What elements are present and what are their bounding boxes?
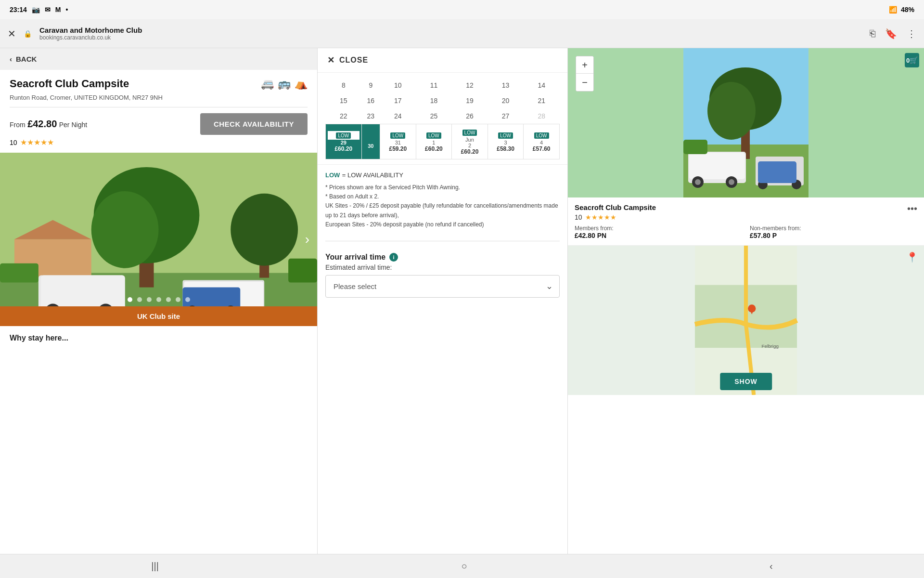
svg-rect-25 (288, 259, 317, 283)
cal-date-22[interactable]: 22 (326, 108, 362, 124)
arrival-time-select[interactable]: Please select Before 12:00 12:00 - 14:00… (325, 275, 560, 298)
cal-date-17[interactable]: 17 (380, 93, 416, 108)
cal-date-13[interactable]: 13 (488, 78, 524, 93)
image-next-arrow[interactable]: › (305, 232, 309, 247)
note-3: UK Sites - 20% / £25 deposit payable (fu… (325, 201, 560, 220)
avail-cell-31[interactable]: LOW 31 £59.20 (380, 124, 416, 159)
cal-date-19[interactable]: 19 (452, 93, 488, 108)
image-dot-5[interactable] (166, 297, 171, 302)
campsite-image: › UK Club site (0, 153, 317, 326)
cal-date-10[interactable]: 10 (380, 78, 416, 93)
arrival-title-text: Your arrival time (325, 253, 385, 262)
cal-date-18[interactable]: 18 (416, 93, 452, 108)
location-marker-icon[interactable]: 📍 (906, 251, 918, 263)
zoom-in-button[interactable]: + (576, 56, 593, 74)
close-button[interactable]: ✕ (327, 55, 334, 66)
calendar-table: 8 9 10 11 12 13 14 15 16 17 18 19 (325, 78, 560, 159)
why-stay-heading: Why stay here... (0, 326, 317, 350)
calendar-row-3: 22 23 24 25 26 27 28 (326, 108, 560, 124)
legend-low-text: = LOW AVAILABILITY (342, 171, 403, 179)
back-nav[interactable]: ‹ BACK (0, 48, 317, 70)
cal-date-20[interactable]: 20 (488, 93, 524, 108)
campsite-name: Seacroft Club Campsite (10, 78, 129, 90)
campsite-image-label: UK Club site (0, 306, 317, 326)
image-dot-3[interactable] (147, 297, 152, 302)
cal-date-9[interactable]: 9 (361, 78, 380, 93)
availability-row: LOW 29 £60.20 30 LOW 3 (326, 124, 560, 159)
cal-date-11[interactable]: 11 (416, 78, 452, 93)
svg-point-34 (695, 179, 701, 185)
image-dot-4[interactable] (156, 297, 161, 302)
menu-icon[interactable]: ⋮ (907, 28, 916, 39)
campsite-address: Runton Road, Cromer, UNITED KINGDOM, NR2… (10, 94, 308, 101)
cal-date-21[interactable]: 21 (524, 93, 560, 108)
status-bar-left: 23:14 📷 ✉ M • (10, 6, 68, 13)
availability-legend: LOW = LOW AVAILABILITY * Prices shown ar… (318, 164, 567, 235)
campsite-card-rating-row: 10 ★★★★★ (575, 213, 656, 221)
avail-cell-1[interactable]: LOW 1 £60.20 (416, 124, 452, 159)
price-amount: £42.80 (27, 118, 57, 129)
cart-count: 0 (906, 57, 910, 64)
calendar-section: 8 9 10 11 12 13 14 15 16 17 18 19 (318, 73, 567, 164)
campsite-card-name: Seacroft Club Campsite (575, 203, 656, 211)
cal-date-12[interactable]: 12 (452, 78, 488, 93)
nav-back-icon[interactable]: ‹ (770, 561, 773, 572)
svg-point-6 (231, 194, 298, 266)
map-area[interactable]: Felbrigg SHOW 📍 (568, 246, 924, 395)
nav-menu-icon[interactable]: ||| (151, 561, 159, 572)
cal-date-16[interactable]: 16 (361, 93, 380, 108)
image-dot-2[interactable] (137, 297, 142, 302)
cal-date-27[interactable]: 27 (488, 108, 524, 124)
arrival-select-wrapper: Please select Before 12:00 12:00 - 14:00… (325, 275, 560, 298)
note-4: European Sites - 20% deposit payable (no… (325, 220, 560, 229)
center-panel: ✕ CLOSE 8 9 10 11 12 13 14 (318, 48, 568, 578)
avail-cell-4[interactable]: LOW 4 £57.60 (524, 124, 560, 159)
dot-icon: • (65, 6, 68, 13)
arrival-section: Your arrival time i Estimated arrival ti… (318, 247, 567, 303)
share-icon[interactable]: ⎗ (870, 28, 875, 39)
cal-date-14[interactable]: 14 (524, 78, 560, 93)
note-2: * Based on Adult x 2. (325, 192, 560, 201)
check-availability-button[interactable]: CHECK AVAILABILITY (200, 113, 308, 135)
cal-date-24[interactable]: 24 (380, 108, 416, 124)
left-panel: ‹ BACK Seacroft Club Campsite 🚐 🚌 ⛺ Runt… (0, 48, 318, 578)
non-members-price-col: Non-members from: £57.80 P (750, 225, 917, 239)
svg-text:Felbrigg: Felbrigg (762, 343, 779, 349)
cal-date-23[interactable]: 23 (361, 108, 380, 124)
avail-cell-29[interactable]: LOW 29 £60.20 (326, 124, 362, 159)
legend-low-label: LOW (325, 171, 340, 179)
nav-home-icon[interactable]: ○ (461, 561, 467, 572)
image-dot-6[interactable] (176, 297, 180, 302)
bookmark-icon[interactable]: 🔖 (885, 28, 897, 39)
site-url: bookings.caravanclub.co.uk (39, 34, 862, 41)
time: 23:14 (10, 6, 27, 13)
browser-bar: ✕ 🔒 Caravan and Motorhome Club bookings.… (0, 19, 924, 48)
gmail-icon: M (55, 6, 61, 13)
cal-date-15[interactable]: 15 (326, 93, 362, 108)
arrival-info-icon[interactable]: i (389, 253, 398, 262)
caravan-icon: 🚐 (261, 78, 274, 90)
battery-text: 48% (901, 6, 914, 13)
avail-cell-30[interactable]: 30 (361, 124, 380, 159)
mail-icon: ✉ (45, 6, 51, 13)
more-options-button[interactable]: ••• (907, 203, 917, 214)
arrival-title: Your arrival time i (325, 253, 560, 262)
members-price: £42.80 PN (575, 232, 742, 239)
tent-icon: ⛺ (295, 78, 308, 90)
browser-close-button[interactable]: ✕ (8, 28, 16, 39)
image-dot-7[interactable] (185, 297, 190, 302)
cal-date-25[interactable]: 25 (416, 108, 452, 124)
image-dot-1[interactable] (128, 297, 132, 302)
right-panel: + − 0 🛒 Seacroft Club Campsite 10 ★★★★★ … (568, 48, 924, 578)
cal-date-28[interactable]: 28 (524, 108, 560, 124)
avail-cell-jun2[interactable]: LOW Jun2 £60.20 (452, 124, 488, 159)
show-button[interactable]: SHOW (720, 373, 772, 390)
status-bar: 23:14 📷 ✉ M • 📶 48% (0, 0, 924, 19)
avail-cell-3[interactable]: LOW 3 £58.30 (488, 124, 524, 159)
campsite-header: Seacroft Club Campsite 🚐 🚌 ⛺ (10, 78, 308, 90)
cart-badge[interactable]: 0 🛒 (905, 53, 919, 67)
zoom-out-button[interactable]: − (576, 74, 593, 91)
cart-icon: 🛒 (910, 56, 918, 64)
cal-date-26[interactable]: 26 (452, 108, 488, 124)
cal-date-8[interactable]: 8 (326, 78, 362, 93)
